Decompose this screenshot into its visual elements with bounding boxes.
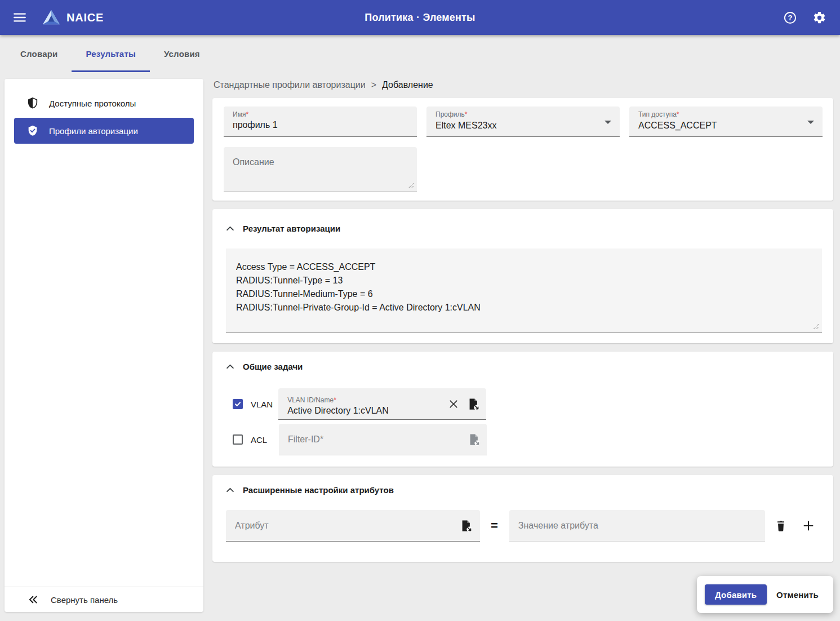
profile-form-card: Имя* Профиль* Eltex MES23xx Тип доступа*… — [212, 98, 833, 201]
vlan-id-field[interactable]: VLAN ID/Name* — [278, 388, 486, 420]
clear-vlan-icon[interactable] — [448, 398, 459, 410]
tab-results[interactable]: Результаты — [72, 35, 149, 72]
triangle-logo-icon — [42, 9, 61, 26]
vlan-id-input[interactable] — [287, 406, 448, 416]
double-chevron-left-icon — [27, 593, 39, 606]
cancel-button[interactable]: Отменить — [773, 589, 822, 600]
required-asterisk: * — [334, 396, 336, 404]
svg-text:?: ? — [788, 14, 793, 22]
brand-name: NAICE — [66, 11, 104, 24]
checkmark-icon — [234, 400, 242, 408]
section-title-authorization-result: Результат авторизации — [243, 224, 340, 233]
shield-half-icon — [26, 97, 39, 109]
tab-dictionaries[interactable]: Словари — [6, 35, 72, 72]
filter-id-field[interactable] — [279, 424, 487, 455]
settings-gear-icon[interactable] — [812, 11, 826, 25]
acl-checkbox[interactable] — [233, 434, 243, 445]
advanced-attributes-card: Расширенные настройки атрибутов = — [212, 475, 833, 562]
hamburger-menu-icon[interactable] — [12, 10, 27, 25]
tab-label: Словари — [20, 49, 57, 59]
breadcrumb: Стандартные профили авторизации > Добавл… — [214, 80, 833, 90]
app-bar: NAICE Политика · Элементы ? — [0, 0, 840, 35]
sidebar-item-available-protocols[interactable]: Доступные протоколы — [14, 90, 194, 116]
name-field[interactable]: Имя* — [224, 107, 417, 137]
description-textarea[interactable] — [224, 147, 417, 192]
vlan-id-field-label: VLAN ID/Name* — [287, 396, 448, 404]
page-title: Политика · Элементы — [365, 12, 475, 24]
acl-task-row: ACL — [233, 424, 822, 455]
attribute-value-field[interactable] — [509, 510, 765, 542]
section-title-advanced-attributes: Расширенные настройки атрибутов — [243, 485, 394, 495]
sidebar-item-label: Доступные протоколы — [49, 99, 136, 108]
profile-select-label: Профиль* — [435, 110, 611, 118]
acl-dictionary-picker-icon[interactable] — [468, 433, 480, 446]
vlan-checkbox[interactable] — [233, 399, 243, 409]
attribute-dictionary-picker-icon[interactable] — [460, 520, 472, 532]
name-input[interactable] — [233, 120, 408, 130]
description-field — [224, 147, 417, 192]
tab-conditions[interactable]: Условия — [150, 35, 214, 72]
section-title-common-tasks: Общие задачи — [243, 362, 303, 371]
name-field-label: Имя* — [233, 110, 408, 118]
collapse-panel-button[interactable]: Свернуть панель — [5, 587, 203, 612]
shield-check-icon — [26, 125, 39, 137]
vlan-checkbox-label: VLAN — [251, 400, 273, 409]
submit-button[interactable]: Добавить — [705, 584, 767, 605]
dropdown-arrow-icon — [807, 121, 814, 124]
common-tasks-card: Общие задачи VLAN VLAN ID/Name* — [212, 352, 833, 467]
add-attribute-icon[interactable] — [802, 520, 815, 532]
attribute-field[interactable] — [226, 510, 480, 542]
help-icon[interactable]: ? — [783, 11, 797, 25]
breadcrumb-parent[interactable]: Стандартные профили авторизации — [214, 80, 366, 90]
access-type-select[interactable]: Тип доступа* ACCESS_ACCEPT — [629, 107, 823, 137]
tab-label: Результаты — [86, 49, 135, 59]
equals-sign: = — [491, 518, 498, 533]
delete-attribute-icon[interactable] — [775, 520, 787, 532]
breadcrumb-separator: > — [371, 80, 376, 90]
sidebar: Доступные протоколы Профили авторизации … — [5, 79, 203, 612]
required-asterisk: * — [465, 110, 468, 118]
main-content: Стандартные профили авторизации > Добавл… — [212, 79, 833, 570]
sidebar-item-label: Профили авторизации — [49, 126, 138, 136]
chevron-up-icon[interactable] — [226, 224, 234, 233]
acl-checkbox-label: ACL — [251, 435, 272, 445]
filter-id-input[interactable] — [288, 434, 468, 445]
authorization-result-textarea[interactable]: Access Type = ACCESS_ACCEPT RADIUS:Tunne… — [226, 249, 822, 333]
access-type-select-label: Тип доступа* — [638, 110, 814, 118]
profile-select[interactable]: Профиль* Eltex MES23xx — [426, 107, 620, 137]
vlan-task-row: VLAN VLAN ID/Name* — [233, 388, 822, 420]
required-asterisk: * — [246, 110, 248, 118]
tab-bar: Словари Результаты Условия — [0, 35, 840, 72]
attribute-row: = — [226, 510, 822, 542]
vlan-dictionary-picker-icon[interactable] — [467, 398, 479, 410]
attribute-value-input[interactable] — [518, 521, 757, 531]
tab-label: Условия — [164, 49, 200, 59]
required-asterisk: * — [677, 110, 679, 118]
breadcrumb-current: Добавление — [382, 80, 433, 90]
collapse-panel-label: Свернуть панель — [51, 595, 118, 605]
access-type-select-value: ACCESS_ACCEPT — [638, 120, 814, 131]
authorization-result-card: Результат авторизации Access Type = ACCE… — [212, 209, 833, 343]
profile-select-value: Eltex MES23xx — [435, 120, 611, 131]
app-logo[interactable]: NAICE — [42, 9, 104, 26]
dropdown-arrow-icon — [605, 121, 611, 124]
form-actions-card: Добавить Отменить — [697, 576, 833, 613]
authorization-result-field: Access Type = ACCESS_ACCEPT RADIUS:Tunne… — [226, 249, 822, 333]
sidebar-item-authorization-profiles[interactable]: Профили авторизации — [14, 118, 194, 144]
chevron-up-icon[interactable] — [226, 486, 234, 494]
chevron-up-icon[interactable] — [226, 362, 234, 371]
attribute-input[interactable] — [235, 521, 460, 531]
